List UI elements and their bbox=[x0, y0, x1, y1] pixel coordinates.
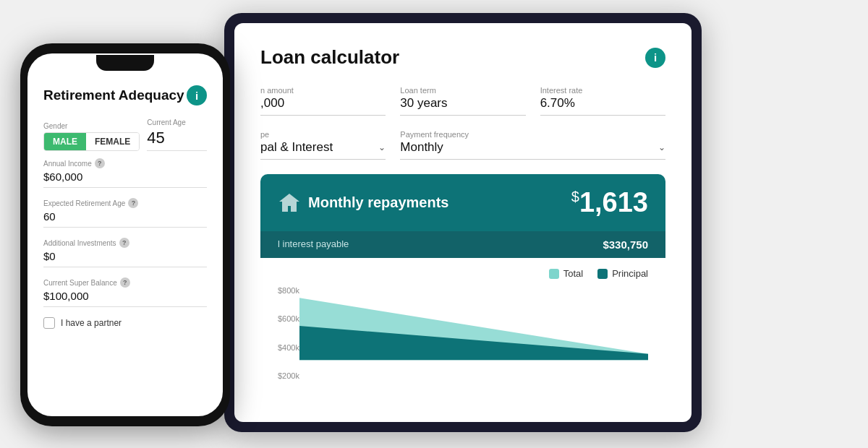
chart-y-labels: $800k $600k $400k $200k bbox=[278, 286, 299, 380]
partner-checkbox-label: I have a partner bbox=[61, 318, 122, 328]
phone-header: Retirement Adequacy i bbox=[43, 85, 207, 105]
field-value-loan-term: 30 years bbox=[400, 96, 525, 111]
chart-area: Total Principal $800k $600k $400k $200k bbox=[260, 258, 665, 388]
tablet-device: Loan calculator i n amount ,000 Loan ter… bbox=[224, 13, 702, 432]
legend-principal: Principal bbox=[597, 268, 648, 279]
phone-title: Retirement Adequacy bbox=[43, 87, 184, 103]
legend-principal-dot bbox=[597, 269, 608, 279]
tablet-fields-row2: pe pal & Interest ⌄ Payment frequency Mo… bbox=[260, 130, 665, 160]
partner-checkbox[interactable] bbox=[43, 317, 55, 329]
field-label-loan-amount: n amount bbox=[260, 86, 386, 95]
field-value-payment-frequency: Monthly ⌄ bbox=[400, 140, 665, 155]
phone-device: Retirement Adequacy i Gender MALE FEMALE… bbox=[20, 43, 230, 426]
y-label-400k: $400k bbox=[278, 343, 299, 352]
tablet-screen: Loan calculator i n amount ,000 Loan ter… bbox=[234, 23, 692, 422]
phone-notch bbox=[96, 55, 154, 71]
field-loan-amount[interactable]: n amount ,000 bbox=[260, 86, 386, 116]
partner-checkbox-row[interactable]: I have a partner bbox=[43, 317, 207, 329]
gender-section: Gender MALE FEMALE bbox=[43, 122, 140, 151]
chart-svg bbox=[299, 286, 648, 366]
y-label-600k: $600k bbox=[278, 314, 299, 323]
field-interest-rate[interactable]: Interest rate 6.70% bbox=[540, 86, 665, 116]
retirement-age-label: Expected Retirement Age ? bbox=[43, 198, 207, 208]
chevron-down-icon: ⌄ bbox=[378, 142, 386, 152]
gender-female-button[interactable]: FEMALE bbox=[86, 133, 139, 150]
field-label-repayment-type: pe bbox=[260, 130, 386, 139]
y-label-800k: $800k bbox=[278, 286, 299, 295]
annual-income-label: Annual Income ? bbox=[43, 158, 207, 168]
legend-total-dot bbox=[549, 269, 559, 279]
field-label-payment-frequency: Payment frequency bbox=[400, 130, 665, 139]
age-value[interactable]: 45 bbox=[147, 129, 207, 151]
age-section: Current Age 45 bbox=[147, 119, 207, 151]
house-icon bbox=[278, 191, 301, 215]
annual-income-field[interactable]: Annual Income ? $60,000 bbox=[43, 158, 207, 188]
chart-svg-wrap: $800k $600k $400k $200k bbox=[278, 286, 648, 380]
field-value-repayment-type: pal & Interest ⌄ bbox=[260, 140, 386, 155]
legend-principal-label: Principal bbox=[612, 268, 648, 279]
y-label-200k: $200k bbox=[278, 371, 299, 380]
gender-age-row: Gender MALE FEMALE Current Age 45 bbox=[43, 119, 207, 151]
additional-investments-field[interactable]: Additional Investments ? $0 bbox=[43, 238, 207, 267]
field-label-loan-term: Loan term bbox=[400, 86, 525, 95]
info-icon-phone[interactable]: i bbox=[187, 85, 207, 105]
field-loan-term[interactable]: Loan term 30 years bbox=[400, 86, 525, 116]
tablet-header: Loan calculator i bbox=[260, 46, 665, 69]
field-value-interest-rate: 6.70% bbox=[540, 96, 665, 111]
phone-screen: Retirement Adequacy i Gender MALE FEMALE… bbox=[27, 53, 223, 416]
sub-banner-label: l interest payable bbox=[278, 238, 349, 251]
legend-total-label: Total bbox=[563, 268, 583, 279]
help-icon-retirement[interactable]: ? bbox=[128, 198, 138, 208]
banner-amount: $1,613 bbox=[571, 187, 648, 218]
chevron-down-icon-2: ⌄ bbox=[658, 142, 665, 152]
gender-male-button[interactable]: MALE bbox=[44, 133, 86, 150]
annual-income-value: $60,000 bbox=[43, 171, 207, 188]
help-icon-investments[interactable]: ? bbox=[119, 238, 129, 248]
field-value-loan-amount: ,000 bbox=[260, 96, 386, 111]
sub-banner-value: $330,750 bbox=[603, 238, 648, 251]
legend-total: Total bbox=[549, 268, 583, 279]
super-balance-field[interactable]: Current Super Balance ? $100,000 bbox=[43, 277, 207, 307]
retirement-age-value: 60 bbox=[43, 210, 207, 228]
super-balance-value: $100,000 bbox=[43, 290, 207, 307]
retirement-age-field[interactable]: Expected Retirement Age ? 60 bbox=[43, 198, 207, 228]
banner-left: Monthly repayments bbox=[278, 191, 448, 215]
tablet-fields-row1: n amount ,000 Loan term 30 years Interes… bbox=[260, 86, 665, 116]
field-label-interest-rate: Interest rate bbox=[540, 86, 665, 95]
currency-symbol: $ bbox=[571, 189, 579, 204]
gender-label: Gender bbox=[43, 122, 140, 130]
tablet-title: Loan calculator bbox=[260, 46, 399, 69]
chart-legend: Total Principal bbox=[278, 268, 648, 279]
super-balance-label: Current Super Balance ? bbox=[43, 277, 207, 288]
additional-investments-label: Additional Investments ? bbox=[43, 238, 207, 248]
phone-fields-list: Annual Income ? $60,000 Expected Retirem… bbox=[43, 158, 207, 307]
sub-banner: l interest payable $330,750 bbox=[260, 231, 665, 258]
banner-label: Monthly repayments bbox=[308, 194, 448, 211]
age-label: Current Age bbox=[147, 119, 207, 126]
help-icon-income[interactable]: ? bbox=[95, 158, 105, 168]
field-payment-frequency[interactable]: Payment frequency Monthly ⌄ bbox=[400, 130, 665, 160]
gender-toggle[interactable]: MALE FEMALE bbox=[43, 132, 140, 151]
info-icon-tablet[interactable]: i bbox=[645, 48, 665, 68]
result-banner: Monthly repayments $1,613 bbox=[260, 174, 665, 231]
field-repayment-type[interactable]: pe pal & Interest ⌄ bbox=[260, 130, 386, 160]
additional-investments-value: $0 bbox=[43, 250, 207, 267]
help-icon-super[interactable]: ? bbox=[120, 277, 130, 288]
